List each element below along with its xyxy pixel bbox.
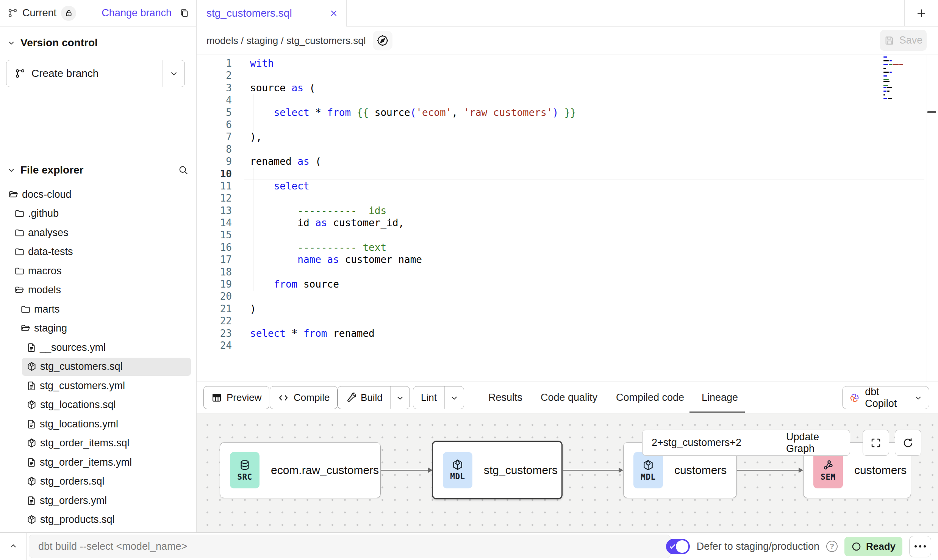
tree-item[interactable]: marts (0, 300, 196, 319)
create-branch-dropdown[interactable] (163, 60, 184, 87)
folder-icon (14, 228, 25, 238)
command-input[interactable]: dbt build --select <model_name> (29, 535, 671, 558)
compile-label: Compile (294, 392, 330, 404)
tab-bar-empty (347, 0, 904, 27)
cube-icon (452, 459, 464, 471)
fullscreen-icon (870, 437, 882, 449)
lint-dropdown[interactable] (444, 386, 464, 409)
tree-item-label: models (28, 284, 61, 296)
tree-item[interactable]: stg_customers.yml (0, 376, 196, 396)
lineage-node-source[interactable]: SRC ecom.raw_customers (220, 442, 381, 498)
refresh-button[interactable] (895, 430, 921, 456)
lineage-panel[interactable]: SRC ecom.raw_customers MDL stg_customers… (197, 413, 938, 532)
update-graph-button[interactable]: Update Graph (786, 430, 850, 455)
tree-item[interactable]: analyses (0, 223, 196, 242)
version-control-header[interactable]: Version control (0, 27, 196, 50)
create-branch-label: Create branch (31, 67, 98, 80)
tree-item[interactable]: data-tests (0, 242, 196, 262)
tab-results[interactable]: Results (488, 382, 522, 413)
tree-item[interactable]: stg_order_items.yml (0, 453, 196, 472)
lint-label: Lint (421, 392, 437, 404)
model-badge: MDL (633, 452, 663, 488)
defer-toggle[interactable] (666, 539, 690, 554)
search-icon[interactable] (178, 165, 189, 175)
save-button[interactable]: Save (880, 30, 927, 51)
change-branch-link[interactable]: Change branch (102, 7, 172, 19)
database-icon (239, 459, 251, 471)
fullscreen-button[interactable] (863, 430, 889, 456)
tree-item[interactable]: macros (0, 261, 196, 281)
tree-item[interactable]: stg_orders.yml (0, 491, 196, 510)
help-icon[interactable]: ? (826, 541, 838, 552)
yml-file-icon (27, 381, 36, 391)
chevron-down-icon (170, 69, 178, 78)
chevron-down-icon (450, 394, 458, 402)
table-icon (211, 393, 222, 403)
yml-file-icon (27, 496, 36, 505)
tree-item-label: stg_order_items.yml (40, 457, 132, 468)
tree-item[interactable]: __sources.yml (0, 338, 196, 357)
tree-item-label: stg_customers.yml (40, 380, 125, 392)
lineage-selector-input[interactable] (643, 430, 786, 455)
model-cube-icon (27, 438, 37, 448)
dbt-copilot-button[interactable]: dbt Copilot (842, 386, 929, 409)
compile-button[interactable]: Compile (270, 386, 338, 409)
tree-item[interactable]: stg_orders.sql (0, 472, 196, 491)
lint-button[interactable]: Lint (413, 386, 464, 409)
lineage-node-stg-customers[interactable]: MDL stg_customers (432, 441, 563, 499)
tree-item[interactable]: docs-cloud (0, 185, 196, 204)
minimap[interactable] (883, 56, 909, 100)
tab-stg-customers-sql[interactable]: stg_customers.sql (197, 0, 347, 27)
folder-icon (14, 208, 25, 219)
build-dropdown[interactable] (390, 386, 410, 409)
tree-item[interactable]: models (0, 281, 196, 300)
model-cube-icon (27, 515, 37, 525)
ide-status-badge[interactable]: Ready (844, 537, 902, 556)
dbt-copilot-icon (849, 392, 860, 404)
tree-item[interactable]: stg_locations.sql (0, 396, 196, 415)
breadcrumb-bar: models / staging / stg_customers.sql Sav… (197, 27, 938, 55)
action-toolbar: Preview Compile Build Lint (197, 382, 938, 413)
refresh-icon (902, 437, 914, 449)
status-circle-icon (851, 541, 861, 552)
tree-item-label: marts (34, 303, 60, 315)
folder-icon (14, 266, 25, 276)
more-options-button[interactable] (909, 536, 931, 557)
preview-button[interactable]: Preview (203, 386, 269, 409)
tree-item[interactable]: stg_locations.yml (0, 415, 196, 434)
tree-item-label: stg_products.sql (40, 514, 115, 526)
code-content[interactable]: withsource as ( select * from {{ source(… (250, 57, 908, 352)
tab-lineage[interactable]: Lineage (702, 382, 738, 413)
tree-item[interactable]: stg_customers.sql (0, 357, 196, 377)
code-editor[interactable]: 123456789101112131415161718192021222324 … (197, 55, 938, 382)
version-control-title: Version control (20, 37, 98, 49)
copy-icon[interactable] (179, 8, 189, 18)
close-icon[interactable] (329, 8, 339, 18)
active-tab-underline (689, 411, 745, 413)
tab-code-quality[interactable]: Code quality (541, 382, 597, 413)
create-branch-button[interactable]: Create branch (6, 60, 185, 87)
model-cube-icon (27, 476, 37, 486)
node-label: customers (674, 464, 727, 477)
current-branch-label: Current (22, 7, 56, 19)
new-tab-button[interactable] (904, 0, 938, 27)
lineage-edge (737, 470, 799, 471)
tree-item[interactable]: stg_products.sql (0, 510, 196, 530)
explore-docs-button[interactable] (373, 31, 392, 50)
scrollbar-thumb[interactable] (927, 111, 936, 113)
plus-icon (916, 8, 927, 19)
tree-item-label: data-tests (28, 246, 73, 258)
expand-console-button[interactable] (0, 533, 27, 560)
preview-label: Preview (227, 392, 261, 404)
folder-icon (14, 247, 25, 257)
breadcrumb: models / staging / stg_customers.sql (206, 35, 366, 47)
lineage-edge (381, 470, 428, 471)
tab-title: stg_customers.sql (206, 7, 292, 19)
build-button[interactable]: Build (338, 386, 410, 409)
tab-compiled-code[interactable]: Compiled code (616, 382, 684, 413)
tree-item[interactable]: stg_order_items.sql (0, 434, 196, 453)
tree-item[interactable]: staging (0, 319, 196, 338)
file-explorer-header[interactable]: File explorer (0, 157, 196, 183)
tree-item[interactable]: .github (0, 204, 196, 224)
yml-file-icon (27, 343, 36, 352)
